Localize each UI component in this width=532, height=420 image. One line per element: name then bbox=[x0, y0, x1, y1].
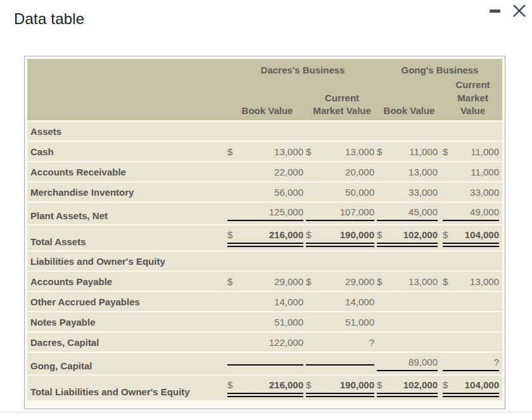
amount-line: $104,000 bbox=[443, 379, 499, 390]
amount-cell: $190,000 bbox=[306, 229, 374, 247]
dollar-sign: $ bbox=[377, 146, 382, 157]
group-head-gong: Gong's Business bbox=[379, 65, 501, 75]
minimize-icon bbox=[490, 10, 500, 13]
amount-cell: $102,000 bbox=[377, 379, 438, 397]
amount-line: $13,000 bbox=[377, 276, 438, 287]
cell-value: 51,000 bbox=[345, 317, 374, 328]
table-row: Merchandise Inventory56,00050,00033,0003… bbox=[27, 182, 502, 201]
amount-line: 51,000 bbox=[227, 317, 303, 328]
window-title: Data table bbox=[14, 10, 84, 28]
amount-cell: $13,000 bbox=[443, 276, 499, 287]
cell-value: 122,000 bbox=[269, 337, 303, 348]
row-label: Accounts Receivable bbox=[27, 167, 227, 177]
cell-value: 190,000 bbox=[340, 229, 374, 240]
row-label: Accounts Payable bbox=[27, 276, 227, 287]
close-icon bbox=[510, 1, 528, 19]
row-label: Liabilities and Owner's Equity bbox=[27, 256, 227, 267]
double-rule bbox=[227, 243, 303, 247]
table-row: Total Liabilities and Owner's Equity$216… bbox=[27, 376, 502, 400]
cell-value: 45,000 bbox=[408, 207, 438, 217]
cell-value: 104,000 bbox=[465, 229, 499, 240]
single-rule bbox=[227, 364, 303, 366]
column-head: Book Value bbox=[379, 105, 440, 117]
double-rule bbox=[306, 243, 374, 247]
double-rule bbox=[227, 393, 303, 397]
amount-cell: $104,000 bbox=[443, 379, 499, 397]
cell-value: 13,000 bbox=[408, 167, 438, 177]
group-header-row: Dacres's Business Gong's Business bbox=[29, 65, 500, 75]
amount-cell: 11,000 bbox=[443, 167, 499, 177]
cell-value: 13,000 bbox=[345, 146, 374, 157]
amount-line: 45,000 bbox=[377, 207, 438, 217]
amount-line: 89,000 bbox=[377, 357, 438, 367]
row-label: Total Liabilities and Owner's Equity bbox=[27, 386, 227, 400]
amount-cell: $11,000 bbox=[443, 146, 499, 157]
amount-line: 56,000 bbox=[227, 187, 303, 198]
amount-line: 14,000 bbox=[306, 296, 374, 307]
amount-line: $102,000 bbox=[377, 229, 438, 240]
single-rule bbox=[443, 220, 499, 221]
table-row: Other Accrued Payables14,00014,000 bbox=[27, 292, 502, 311]
single-rule bbox=[377, 370, 438, 371]
amount-line: 20,000 bbox=[306, 167, 374, 177]
group-head-dacres: Dacres's Business bbox=[229, 65, 376, 75]
row-label: Merchandise Inventory bbox=[27, 187, 227, 198]
cell-value: 14,000 bbox=[345, 296, 374, 307]
amount-line: $13,000 bbox=[306, 146, 374, 157]
dollar-sign: $ bbox=[377, 229, 382, 240]
row-label: Plant Assets, Net bbox=[27, 210, 227, 224]
table-row: Accounts Receivable22,00020,00013,00011,… bbox=[27, 162, 502, 181]
cell-value: 216,000 bbox=[269, 379, 303, 390]
amount-cell: $216,000 bbox=[227, 229, 303, 247]
close-button[interactable] bbox=[510, 1, 528, 19]
row-label: Total Assets bbox=[27, 236, 227, 250]
amount-line: 33,000 bbox=[377, 187, 438, 198]
double-rule bbox=[377, 243, 438, 247]
amount-cell: 51,000 bbox=[306, 317, 374, 328]
amount-line: $104,000 bbox=[443, 229, 499, 240]
amount-cell: 89,000 bbox=[377, 357, 438, 371]
amount-line: $11,000 bbox=[443, 146, 499, 157]
amount-cell: $216,000 bbox=[227, 379, 303, 397]
column-head: Current Market Value bbox=[445, 79, 501, 117]
cell-value: ? bbox=[494, 357, 499, 367]
row-label: Gong, Capital bbox=[27, 360, 227, 374]
amount-cell: 22,000 bbox=[227, 167, 303, 177]
single-rule bbox=[306, 220, 374, 221]
table-header: Dacres's Business Gong's Business Book V… bbox=[27, 59, 502, 120]
amount-cell: ? bbox=[306, 337, 374, 348]
row-label: Cash bbox=[27, 146, 227, 157]
amount-cell: 51,000 bbox=[227, 317, 303, 328]
amount-line: 11,000 bbox=[443, 167, 499, 177]
dollar-sign: $ bbox=[227, 379, 232, 390]
row-label: Other Accrued Payables bbox=[27, 296, 227, 307]
table-body: AssetsCash$13,000$13,000$11,000$11,000Ac… bbox=[27, 122, 502, 400]
dollar-sign: $ bbox=[377, 276, 382, 287]
amount-cell bbox=[306, 362, 374, 366]
amount-line: ? bbox=[443, 357, 499, 367]
cell-value: 104,000 bbox=[465, 379, 499, 390]
amount-line: $190,000 bbox=[306, 229, 374, 240]
cell-value: 29,000 bbox=[345, 276, 374, 287]
amount-cell: 33,000 bbox=[377, 187, 438, 198]
amount-cell: $13,000 bbox=[306, 146, 374, 157]
amount-cell: 13,000 bbox=[377, 167, 438, 177]
cell-value: 190,000 bbox=[340, 379, 374, 390]
amount-line: 33,000 bbox=[443, 187, 499, 198]
table-row: Notes Payable51,00051,000 bbox=[27, 312, 502, 331]
amount-cell: $29,000 bbox=[227, 276, 303, 287]
dollar-sign: $ bbox=[443, 276, 448, 287]
amount-line: $29,000 bbox=[227, 276, 303, 287]
amount-line: 51,000 bbox=[306, 317, 374, 328]
single-rule bbox=[443, 370, 499, 371]
dollar-sign: $ bbox=[306, 229, 311, 240]
dollar-sign: $ bbox=[377, 379, 382, 390]
minimize-button[interactable] bbox=[490, 8, 500, 22]
cell-value: 216,000 bbox=[269, 229, 303, 240]
amount-cell: 49,000 bbox=[443, 207, 499, 221]
amount-line: 122,000 bbox=[227, 337, 303, 348]
double-rule bbox=[443, 243, 499, 247]
amount-line: $13,000 bbox=[443, 276, 499, 287]
data-table: Dacres's Business Gong's Business Book V… bbox=[24, 56, 505, 409]
amount-cell: $11,000 bbox=[377, 146, 438, 157]
